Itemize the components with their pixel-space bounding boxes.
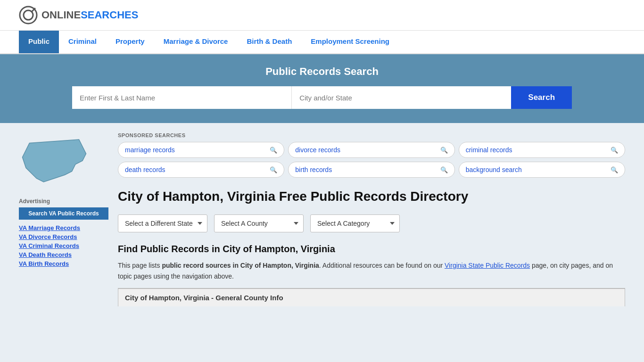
nav-item-marriage-divorce[interactable]: Marriage & Divorce bbox=[154, 31, 238, 53]
search-icon-marriage: 🔍 bbox=[270, 147, 277, 154]
svg-marker-4 bbox=[23, 140, 86, 182]
hero-search-form: Search bbox=[72, 86, 572, 109]
sidebar-link-marriage[interactable]: VA Marriage Records bbox=[19, 224, 108, 231]
logo-icon bbox=[19, 6, 38, 25]
sponsored-item-divorce[interactable]: divorce records 🔍 bbox=[288, 142, 454, 158]
dropdowns-row: Select a Different State Select A County… bbox=[118, 214, 625, 232]
sponsored-item-label-marriage: marriage records bbox=[125, 146, 175, 154]
sponsored-item-label-criminal: criminal records bbox=[466, 146, 512, 154]
search-icon-death: 🔍 bbox=[270, 166, 277, 173]
search-icon-birth: 🔍 bbox=[440, 166, 448, 173]
location-input[interactable] bbox=[292, 86, 511, 109]
main-content: Advertising Search VA Public Records VA … bbox=[0, 123, 644, 316]
sidebar-link-death[interactable]: VA Death Records bbox=[19, 251, 108, 258]
find-records-text: This page lists public record sources in… bbox=[118, 260, 625, 281]
sidebar-ad-label: Advertising bbox=[19, 198, 108, 205]
search-button[interactable]: Search bbox=[511, 86, 572, 109]
nav-item-property[interactable]: Property bbox=[106, 31, 154, 53]
state-dropdown[interactable]: Select a Different State bbox=[118, 214, 207, 232]
nav-item-birth-death[interactable]: Birth & Death bbox=[237, 31, 301, 53]
sidebar-link-criminal[interactable]: VA Criminal Records bbox=[19, 242, 108, 249]
sidebar-link-birth[interactable]: VA Birth Records bbox=[19, 260, 108, 267]
county-dropdown[interactable]: Select A County bbox=[214, 214, 304, 232]
sponsored-item-label-birth: birth records bbox=[295, 166, 332, 173]
category-dropdown[interactable]: Select A Category bbox=[310, 214, 400, 232]
sponsored-item-marriage[interactable]: marriage records 🔍 bbox=[118, 142, 284, 158]
logo-online: ONLINE bbox=[41, 9, 81, 21]
sponsored-grid: marriage records 🔍 divorce records 🔍 cri… bbox=[118, 142, 625, 178]
virginia-map-svg bbox=[19, 132, 90, 189]
page-title: City of Hampton, Virginia Free Public Re… bbox=[118, 188, 625, 205]
search-icon-background: 🔍 bbox=[611, 166, 618, 173]
content-area: SPONSORED SEARCHES marriage records 🔍 di… bbox=[118, 132, 625, 306]
sponsored-item-label-divorce: divorce records bbox=[295, 146, 340, 154]
logo-searches: SEARCHES bbox=[81, 9, 138, 21]
nav-item-public[interactable]: Public bbox=[19, 31, 59, 53]
logo[interactable]: ONLINESEARCHES bbox=[19, 6, 138, 25]
main-nav: Public Criminal Property Marriage & Divo… bbox=[0, 31, 644, 54]
find-text-part2: . Additional resources can be found on o… bbox=[319, 262, 445, 269]
logo-text: ONLINESEARCHES bbox=[41, 9, 138, 21]
sponsored-label: SPONSORED SEARCHES bbox=[118, 132, 625, 138]
nav-item-criminal[interactable]: Criminal bbox=[59, 31, 106, 53]
sponsored-item-background[interactable]: background search 🔍 bbox=[459, 162, 625, 178]
hero-banner: Public Records Search Search bbox=[0, 54, 644, 123]
search-icon-criminal: 🔍 bbox=[611, 147, 618, 154]
sidebar: Advertising Search VA Public Records VA … bbox=[19, 132, 108, 306]
sidebar-ad-button[interactable]: Search VA Public Records bbox=[19, 207, 108, 220]
name-input[interactable] bbox=[72, 86, 292, 109]
state-map bbox=[19, 132, 108, 190]
find-records-title: Find Public Records in City of Hampton, … bbox=[118, 244, 625, 255]
virginia-state-link[interactable]: Virginia State Public Records bbox=[445, 262, 530, 269]
find-text-bold: public record sources in City of Hampton… bbox=[162, 262, 319, 269]
header: ONLINESEARCHES bbox=[0, 0, 644, 31]
sidebar-link-divorce[interactable]: VA Divorce Records bbox=[19, 233, 108, 240]
sponsored-item-label-death: death records bbox=[125, 166, 165, 173]
sponsored-item-label-background: background search bbox=[466, 166, 522, 173]
sponsored-item-birth[interactable]: birth records 🔍 bbox=[288, 162, 454, 178]
sponsored-item-death[interactable]: death records 🔍 bbox=[118, 162, 284, 178]
find-text-part1: This page lists bbox=[118, 262, 162, 269]
search-icon-divorce: 🔍 bbox=[440, 147, 448, 154]
nav-item-employment[interactable]: Employment Screening bbox=[301, 31, 399, 53]
county-info-header: City of Hampton, Virginia - General Coun… bbox=[118, 288, 625, 306]
hero-title: Public Records Search bbox=[19, 66, 625, 78]
sponsored-item-criminal[interactable]: criminal records 🔍 bbox=[459, 142, 625, 158]
